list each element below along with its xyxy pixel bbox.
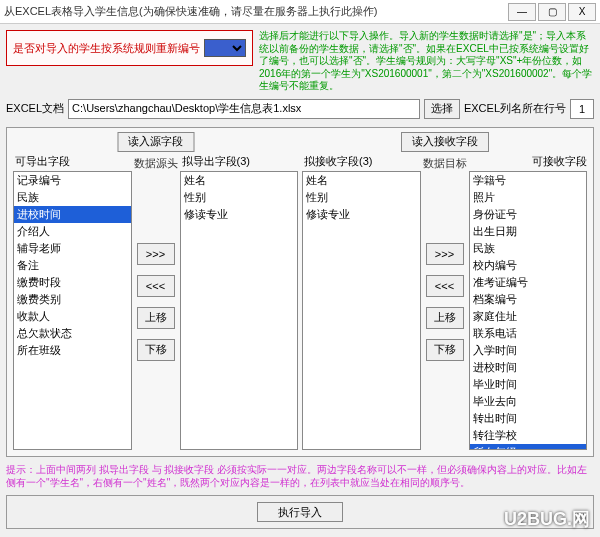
execute-import-button[interactable]: 执行导入 <box>257 502 343 522</box>
target-half: 读入接收字段 数据目标 拟接收字段(3) 姓名性别修读专业 >>> <<< 上移… <box>302 134 587 450</box>
list-item[interactable]: 家庭住址 <box>470 308 587 325</box>
target-selected-list[interactable]: 姓名性别修读专业 <box>302 171 421 450</box>
list-item[interactable]: 姓名 <box>303 172 420 189</box>
list-item[interactable]: 身份证号 <box>470 206 587 223</box>
file-path-input[interactable] <box>68 99 420 119</box>
target-group-label: 数据目标 <box>423 156 467 171</box>
list-item[interactable]: 转往学校 <box>470 427 587 444</box>
source-available-col: 可导出字段 记录编号民族进校时间介绍人辅导老师备注缴费时段缴费类别收款人总欠款状… <box>13 154 132 450</box>
source-selected-header: 拟导出字段(3) <box>180 154 299 169</box>
source-half: 读入源字段 数据源头 可导出字段 记录编号民族进校时间介绍人辅导老师备注缴费时段… <box>13 134 298 450</box>
list-item[interactable]: 毕业去向 <box>470 393 587 410</box>
list-item[interactable]: 进校时间 <box>14 206 131 223</box>
target-selected-header: 拟接收字段(3) <box>302 154 421 169</box>
target-selected-col: 拟接收字段(3) 姓名性别修读专业 <box>302 154 421 450</box>
source-mid-buttons: >>> <<< 上移 下移 <box>136 154 176 450</box>
source-add-button[interactable]: >>> <box>137 243 175 265</box>
target-down-button[interactable]: 下移 <box>426 339 464 361</box>
window-title: 从EXCEL表格导入学生信息(为确保快速准确，请尽量在服务器上执行此操作) <box>4 4 508 19</box>
list-item[interactable]: 性别 <box>181 189 298 206</box>
read-source-button[interactable]: 读入源字段 <box>117 132 194 152</box>
list-item[interactable]: 所在班级 <box>14 342 131 359</box>
target-remove-button[interactable]: <<< <box>426 275 464 297</box>
list-item[interactable]: 缴费时段 <box>14 274 131 291</box>
renumber-label: 是否对导入的学生按系统规则重新编号 <box>13 41 200 56</box>
list-item[interactable]: 介绍人 <box>14 223 131 240</box>
source-available-list[interactable]: 记录编号民族进校时间介绍人辅导老师备注缴费时段缴费类别收款人总欠款状态所在班级 <box>13 171 132 450</box>
window-controls: — ▢ X <box>508 3 596 21</box>
list-item[interactable]: 辅导老师 <box>14 240 131 257</box>
maximize-button[interactable]: ▢ <box>538 3 566 21</box>
renumber-select[interactable] <box>204 39 246 57</box>
renumber-box: 是否对导入的学生按系统规则重新编号 <box>6 30 253 66</box>
read-target-button[interactable]: 读入接收字段 <box>401 132 489 152</box>
list-item[interactable]: 收款人 <box>14 308 131 325</box>
target-mid-buttons: >>> <<< 上移 下移 <box>425 154 465 450</box>
list-item[interactable]: 校内编号 <box>470 257 587 274</box>
source-remove-button[interactable]: <<< <box>137 275 175 297</box>
list-item[interactable]: 档案编号 <box>470 291 587 308</box>
mapping-panel: 读入源字段 数据源头 可导出字段 记录编号民族进校时间介绍人辅导老师备注缴费时段… <box>6 127 594 457</box>
target-available-col: 可接收字段 学籍号照片身份证号出生日期民族校内编号准考证编号档案编号家庭住址联系… <box>469 154 588 450</box>
list-item[interactable]: 备注 <box>14 257 131 274</box>
mapping-hint: 提示：上面中间两列 拟导出字段 与 拟接收字段 必须按实际一一对应。两边字段名称… <box>6 463 594 489</box>
list-item[interactable]: 总欠款状态 <box>14 325 131 342</box>
target-available-header: 可接收字段 <box>469 154 588 169</box>
list-item[interactable]: 民族 <box>470 240 587 257</box>
list-item[interactable]: 入学时间 <box>470 342 587 359</box>
list-item[interactable]: 修读专业 <box>303 206 420 223</box>
list-item[interactable]: 进校时间 <box>470 359 587 376</box>
source-selected-col: 拟导出字段(3) 姓名性别修读专业 <box>180 154 299 450</box>
source-group-label: 数据源头 <box>134 156 178 171</box>
titlebar: 从EXCEL表格导入学生信息(为确保快速准确，请尽量在服务器上执行此操作) — … <box>0 0 600 24</box>
list-item[interactable]: 学籍号 <box>470 172 587 189</box>
list-item[interactable]: 姓名 <box>181 172 298 189</box>
list-item[interactable]: 出生日期 <box>470 223 587 240</box>
minimize-button[interactable]: — <box>508 3 536 21</box>
renumber-row: 是否对导入的学生按系统规则重新编号 选择后才能进行以下导入操作。导入新的学生数据… <box>6 30 594 93</box>
file-label: EXCEL文档 <box>6 101 64 116</box>
source-down-button[interactable]: 下移 <box>137 339 175 361</box>
target-up-button[interactable]: 上移 <box>426 307 464 329</box>
list-item[interactable]: 缴费类别 <box>14 291 131 308</box>
renumber-hint: 选择后才能进行以下导入操作。导入新的学生数据时请选择"是"；导入本系统以前备份的… <box>259 30 594 93</box>
colrow-input[interactable] <box>570 99 594 119</box>
list-item[interactable]: 转出时间 <box>470 410 587 427</box>
list-item[interactable]: 修读专业 <box>181 206 298 223</box>
list-item[interactable]: 所在年级 <box>470 444 587 450</box>
file-row: EXCEL文档 选择 EXCEL列名所在行号 <box>6 99 594 119</box>
list-item[interactable]: 记录编号 <box>14 172 131 189</box>
list-item[interactable]: 毕业时间 <box>470 376 587 393</box>
list-item[interactable]: 准考证编号 <box>470 274 587 291</box>
colrow-label: EXCEL列名所在行号 <box>464 101 566 116</box>
source-available-header: 可导出字段 <box>13 154 132 169</box>
close-button[interactable]: X <box>568 3 596 21</box>
list-item[interactable]: 民族 <box>14 189 131 206</box>
list-item[interactable]: 联系电话 <box>470 325 587 342</box>
select-file-button[interactable]: 选择 <box>424 99 460 119</box>
source-selected-list[interactable]: 姓名性别修读专业 <box>180 171 299 450</box>
target-available-list[interactable]: 学籍号照片身份证号出生日期民族校内编号准考证编号档案编号家庭住址联系电话入学时间… <box>469 171 588 450</box>
source-up-button[interactable]: 上移 <box>137 307 175 329</box>
list-item[interactable]: 性别 <box>303 189 420 206</box>
exec-row: 执行导入 <box>6 495 594 529</box>
list-item[interactable]: 照片 <box>470 189 587 206</box>
target-add-button[interactable]: >>> <box>426 243 464 265</box>
